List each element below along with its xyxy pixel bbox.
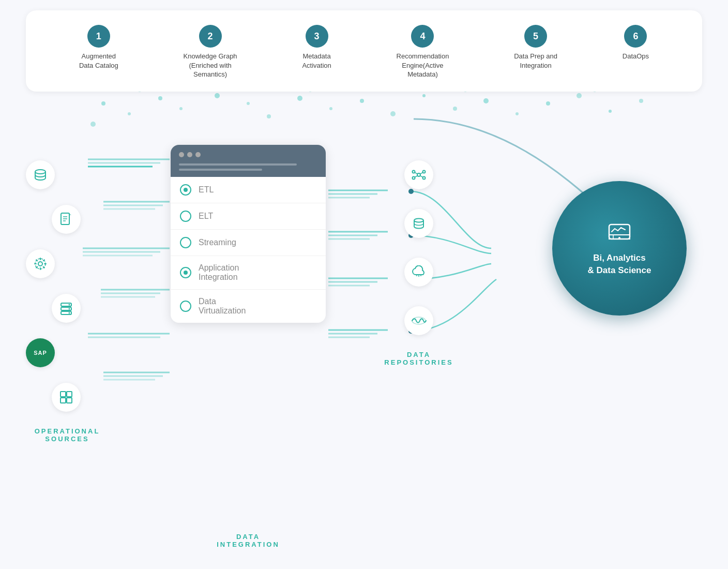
svg-point-13	[453, 107, 457, 111]
operational-sources-label: OPERATIONAL SOURCES	[16, 427, 119, 443]
step-label-5: Data Prep and Integration	[514, 52, 557, 70]
panel-dot-2	[187, 152, 192, 157]
svg-point-2	[90, 122, 96, 127]
step-label-6: DataOps	[623, 52, 649, 61]
svg-point-16	[546, 101, 550, 106]
svg-line-83	[415, 173, 417, 174]
step-circle-2: 2	[199, 25, 222, 48]
panel-line-2	[179, 169, 262, 171]
data-integration-label: DATA INTEGRATION	[171, 525, 326, 548]
svg-point-82	[423, 177, 426, 179]
svg-point-17	[577, 93, 582, 98]
grid-icon	[52, 383, 81, 412]
step-1: 1 Augmented Data Catalog	[79, 25, 118, 79]
svg-point-18	[609, 110, 612, 113]
step-label-3: Metadata Activation	[302, 52, 331, 70]
svg-point-71	[69, 304, 70, 306]
top-steps-container: 1 Augmented Data Catalog 2 Knowledge Gra…	[26, 10, 702, 92]
svg-point-72	[69, 308, 70, 310]
panel-label-app-integration: Application Integration	[199, 263, 239, 282]
radio-etl-inner	[184, 188, 188, 192]
svg-point-10	[360, 99, 364, 103]
panel-dot-3	[195, 152, 201, 157]
network-graph-icon	[404, 160, 433, 189]
step-4: 4 Recommendation Engine(Active Metadata)	[397, 25, 449, 79]
step-label-4: Recommendation Engine(Active Metadata)	[397, 52, 449, 79]
radio-etl[interactable]	[180, 184, 191, 196]
step-2: 2 Knowledge Graph (Enriched with Semanti…	[184, 25, 237, 79]
svg-marker-65	[69, 213, 71, 215]
svg-point-80	[423, 171, 426, 173]
data-repositories: DATA REPOSITORIES	[372, 140, 465, 366]
svg-point-5	[215, 93, 220, 98]
step-label-2: Knowledge Graph (Enriched with Semantics…	[184, 52, 237, 79]
repo-icon-row	[372, 140, 465, 335]
svg-point-4	[179, 107, 183, 110]
svg-point-9	[329, 107, 332, 110]
svg-point-6	[247, 102, 250, 105]
panel-label-streaming: Streaming	[199, 238, 236, 247]
step-label-1: Augmented Data Catalog	[79, 52, 118, 70]
panel-label-data-virt: Data Virtualization	[199, 297, 246, 316]
step-circle-4: 4	[411, 25, 434, 48]
operational-sources: SAP OPERATIONAL SOURCES	[16, 134, 119, 443]
svg-point-1	[128, 112, 131, 115]
bi-analytics-circle: Bi, Analytics & Data Science	[552, 181, 687, 316]
gear-icon	[26, 249, 55, 278]
radio-elt[interactable]	[180, 211, 191, 222]
radio-data-virt[interactable]	[180, 301, 191, 312]
step-circle-5: 5	[524, 25, 547, 48]
cloud-icon	[404, 258, 433, 287]
radio-app-integration-inner	[184, 271, 188, 275]
panel-label-elt: ELT	[199, 212, 213, 221]
svg-point-73	[69, 312, 70, 314]
svg-point-79	[413, 171, 415, 173]
database-icon	[26, 160, 55, 189]
panel-line-1	[179, 163, 297, 166]
svg-point-60	[35, 170, 46, 174]
document-icon	[52, 205, 81, 234]
panel-item-etl[interactable]: ETL	[171, 177, 326, 203]
svg-line-85	[415, 176, 417, 177]
integration-panel: ETL ELT Streaming Application Integratio…	[171, 145, 326, 323]
svg-point-7	[267, 114, 271, 118]
svg-point-19	[639, 99, 643, 103]
svg-point-78	[417, 173, 420, 176]
sap-icon: SAP	[26, 338, 55, 367]
step-circle-1: 1	[87, 25, 110, 48]
svg-point-0	[101, 101, 105, 106]
svg-point-8	[297, 96, 302, 101]
step-circle-6: 6	[624, 25, 647, 48]
svg-rect-76	[60, 398, 66, 403]
server-icon	[52, 294, 81, 323]
svg-point-14	[483, 98, 489, 103]
wave-icon	[404, 306, 433, 335]
step-5: 5 Data Prep and Integration	[514, 25, 557, 79]
panel-item-app-integration[interactable]: Application Integration	[171, 256, 326, 290]
svg-point-95	[618, 237, 620, 239]
panel-label-etl: ETL	[199, 185, 214, 194]
panel-dot-1	[179, 152, 184, 157]
data-repositories-label: DATA REPOSITORIES	[372, 351, 465, 366]
svg-line-84	[420, 173, 423, 174]
radio-app-integration[interactable]	[180, 267, 191, 278]
svg-point-87	[414, 219, 423, 222]
svg-point-66	[38, 262, 42, 266]
svg-point-81	[413, 177, 415, 179]
svg-point-15	[515, 112, 519, 115]
svg-line-86	[420, 176, 423, 177]
radio-streaming[interactable]	[180, 237, 191, 248]
svg-point-12	[422, 94, 426, 97]
panel-titlebar	[171, 145, 326, 177]
bi-icon	[606, 220, 632, 248]
svg-rect-74	[60, 392, 66, 397]
step-6: 6 DataOps	[623, 25, 649, 79]
panel-item-data-virt[interactable]: Data Virtualization	[171, 290, 326, 323]
panel-item-streaming[interactable]: Streaming	[171, 230, 326, 256]
panel-item-elt[interactable]: ELT	[171, 203, 326, 230]
bi-analytics-title: Bi, Analytics & Data Science	[588, 252, 651, 277]
step-circle-3: 3	[306, 25, 328, 48]
svg-rect-75	[67, 392, 72, 397]
step-3: 3 Metadata Activation	[302, 25, 331, 79]
svg-point-3	[158, 96, 162, 100]
